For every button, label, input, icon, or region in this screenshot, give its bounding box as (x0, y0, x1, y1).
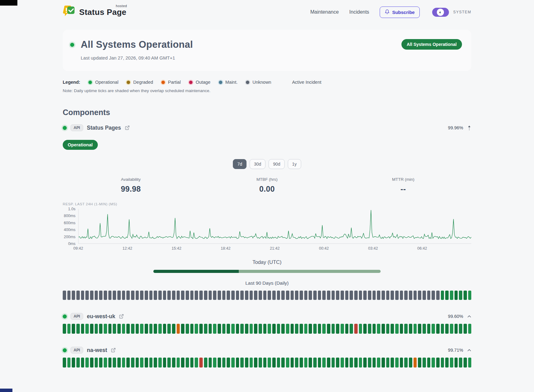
uptime-tick (291, 358, 294, 368)
uptime-tick (286, 324, 289, 334)
maintenance-dot-icon (219, 81, 222, 84)
uptime-tick (104, 291, 107, 300)
uptime-tick (76, 358, 80, 368)
uptime-tick (95, 358, 98, 368)
uptime-tick (181, 291, 184, 300)
uptime-tick (72, 324, 75, 334)
uptime-tick (195, 291, 198, 300)
uptime-tick (131, 291, 134, 300)
uptime-tick (209, 324, 212, 334)
x-axis-label: 06:42 (417, 246, 427, 251)
contrast-icon: ◐ (437, 9, 444, 16)
uptime-tick (395, 291, 399, 300)
uptime-tick (172, 324, 175, 334)
uptime-tick (263, 358, 267, 368)
uptime-tick (450, 324, 453, 334)
uptime-tick (409, 358, 412, 368)
uptime-tick (318, 358, 321, 368)
theme-mode-label: SYSTEM (453, 10, 471, 14)
uptime-tick (386, 324, 390, 334)
uptime-tick (117, 291, 121, 300)
brand[interactable]: Status Page hosted (63, 5, 126, 19)
uptime-tick (332, 324, 335, 334)
uptime-tick (250, 358, 253, 368)
uptime-tick (113, 291, 116, 300)
subscribe-button[interactable]: Subscribe (380, 7, 420, 18)
uptime-tick (432, 358, 435, 368)
uptime-tick (359, 358, 362, 368)
uptime-tick (254, 324, 257, 334)
uptime-tick (113, 358, 116, 368)
uptime-tick (455, 358, 458, 368)
external-link-icon[interactable] (125, 125, 130, 130)
uptime-tick (332, 291, 335, 300)
uptime-tick (186, 324, 189, 334)
uptime-tick (313, 358, 317, 368)
component-name-link[interactable]: na-west (87, 347, 107, 354)
uptime-tick (190, 324, 194, 334)
range-button-30d[interactable]: 30d (250, 159, 265, 169)
theme-toggle[interactable]: ◐ (432, 8, 449, 17)
external-link-icon[interactable] (119, 314, 124, 319)
uptime-tick (199, 291, 203, 300)
uptime-tick (373, 358, 376, 368)
expand-chevron-icon[interactable] (467, 349, 471, 352)
uptime-tick (322, 291, 326, 300)
uptime-tick (382, 324, 385, 334)
expand-chevron-icon[interactable] (467, 315, 471, 318)
component-name-link[interactable]: Status Pages (87, 125, 121, 131)
uptime-tick (209, 291, 212, 300)
stats-row: Availability 99.98 MTBF (hrs) 0.00 MTTR … (63, 177, 471, 194)
x-axis-label: 09:42 (73, 246, 83, 251)
y-axis-label: 1.0s (68, 207, 75, 211)
uptime-tick (204, 358, 207, 368)
collapse-arrow-icon[interactable] (467, 125, 471, 131)
chart-plot-area (78, 209, 471, 244)
uptime-tick (204, 324, 207, 334)
uptime-tick (327, 358, 330, 368)
stat-mttr: MTTR (min) -- (335, 177, 471, 194)
uptime-tick (158, 324, 162, 334)
uptime-tick (332, 358, 335, 368)
uptime-tick (354, 291, 358, 300)
nav-incidents[interactable]: Incidents (349, 9, 369, 15)
uptime-tick (304, 324, 308, 334)
external-link-icon[interactable] (111, 348, 116, 353)
uptime-tick (341, 324, 344, 334)
range-button-7d[interactable]: 7d (233, 159, 247, 169)
legend-item-active-incident: Active Incident (292, 80, 321, 85)
uptime-tick (158, 291, 162, 300)
nav-maintenance[interactable]: Maintenance (310, 9, 339, 15)
status-hero-card: All Systems Operational Last updated Jan… (63, 30, 471, 71)
uptime-tick (254, 358, 257, 368)
y-axis-label: 200ms (64, 235, 75, 239)
uptime-tick (445, 358, 449, 368)
uptime-tick (158, 358, 162, 368)
uptime-tick (172, 291, 175, 300)
uptime-tick (441, 324, 444, 334)
component-name-link[interactable]: eu-west-uk (87, 313, 115, 320)
today-progress-bar (153, 270, 381, 273)
component-type-chip: API (70, 347, 83, 354)
uptime-tick (359, 291, 362, 300)
uptime-tick (464, 324, 467, 334)
uptime-tick (136, 291, 139, 300)
uptime-tick (240, 291, 244, 300)
range-button-90d[interactable]: 90d (269, 159, 284, 169)
uptime-tick (345, 291, 349, 300)
uptime-history-bar (63, 358, 471, 368)
uptime-tick (231, 324, 235, 334)
uptime-tick (85, 324, 89, 334)
uptime-tick (327, 324, 330, 334)
uptime-tick (122, 291, 125, 300)
uptime-tick (113, 324, 116, 334)
uptime-history-bar (63, 291, 471, 300)
uptime-tick (450, 358, 453, 368)
uptime-tick (104, 358, 107, 368)
range-button-1y[interactable]: 1y (288, 159, 301, 169)
uptime-tick (99, 324, 102, 334)
uptime-tick (117, 324, 121, 334)
uptime-tick (190, 358, 194, 368)
uptime-tick (468, 358, 472, 368)
today-utc-label: Today (UTC) (63, 259, 471, 265)
